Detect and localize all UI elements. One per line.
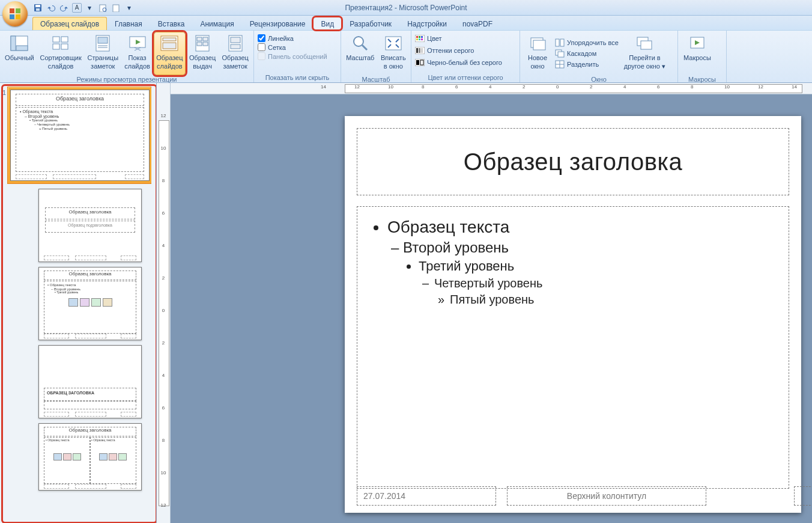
tab-home[interactable]: Главная	[107, 17, 150, 30]
fit-window-button[interactable]: Вписать в окно	[378, 32, 408, 75]
vruler-tick: 4	[157, 243, 170, 248]
svg-rect-32	[203, 42, 208, 46]
ruler-checkbox[interactable]: Линейка	[258, 34, 327, 42]
hruler-tick: 0	[556, 84, 559, 90]
notes-master-button[interactable]: Образец заметок	[219, 32, 251, 75]
layout-thumbnail-3[interactable]: ОБРАЗЕЦ ЗАГОЛОВКА	[38, 345, 142, 418]
layout-thumbnail-1[interactable]: Образец заголовка Образец подзаголовка	[38, 189, 142, 262]
tab-developer[interactable]: Разработчик	[342, 17, 399, 30]
svg-rect-12	[16, 46, 28, 50]
group-label-showhide: Показать или скрыть	[256, 73, 338, 82]
vruler-tick: 8	[157, 438, 170, 443]
message-bar-checkbox: Панель сообщений	[258, 52, 327, 60]
vruler-tick: 10	[157, 145, 170, 151]
arrange-all-icon	[555, 38, 565, 47]
tab-slide-master[interactable]: Образец слайдов	[32, 17, 107, 30]
svg-rect-26	[163, 38, 176, 41]
tab-addins[interactable]: Надстройки	[399, 17, 455, 30]
switch-window-icon	[635, 34, 654, 53]
svg-rect-0	[10, 8, 14, 13]
hruler-tick: 6	[455, 84, 458, 90]
slide-sorter-button[interactable]: Сортировщик слайдов	[38, 32, 84, 75]
svg-rect-58	[558, 52, 564, 57]
tab-insert[interactable]: Вставка	[150, 17, 193, 30]
macros-button[interactable]: Макросы	[680, 32, 714, 75]
normal-view-button[interactable]: Обычный	[2, 32, 37, 75]
notes-page-button[interactable]: Страницы заметок	[85, 32, 121, 75]
hruler-tick: 10	[724, 84, 730, 90]
normal-view-label: Обычный	[5, 54, 34, 61]
svg-rect-31	[197, 42, 202, 46]
tab-animation[interactable]: Анимация	[192, 17, 241, 30]
hruler-tick: 4	[623, 84, 626, 90]
hruler-tick: 6	[657, 84, 659, 90]
hruler-tick: 2	[523, 84, 525, 90]
slide-show-button[interactable]: Показ слайдов	[122, 32, 153, 75]
svg-rect-30	[203, 37, 208, 41]
svg-rect-9	[113, 5, 119, 12]
arrange-all-button[interactable]: Упорядочить все	[554, 37, 620, 48]
date-placeholder[interactable]: 27.07.2014	[357, 486, 496, 506]
grid-checkbox-input[interactable]	[258, 43, 265, 51]
svg-rect-55	[556, 39, 559, 46]
edit-area[interactable]: 141210864202468101214 Образец заголовка …	[171, 83, 812, 523]
vruler-tick: 0	[157, 308, 170, 313]
text-tool-icon[interactable]: A	[72, 3, 82, 13]
title-placeholder[interactable]: Образец заголовка	[357, 128, 789, 195]
notes-master-icon	[226, 34, 245, 53]
master-thumbnail[interactable]: Образец заголовка • Образец текста – Вто…	[10, 90, 150, 181]
normal-view-icon	[10, 34, 29, 53]
handout-master-icon	[193, 34, 212, 53]
layout-thumbnail-2[interactable]: Образец заголовка • Образец текста – Вто…	[38, 267, 142, 340]
macros-icon	[688, 34, 707, 53]
svg-rect-34	[231, 37, 240, 43]
print-preview-icon[interactable]	[97, 2, 108, 13]
vruler-tick: 10	[157, 470, 170, 476]
save-icon[interactable]	[32, 2, 43, 13]
layout-thumbnail-4[interactable]: Образец заголовка • Образец текста • Обр…	[38, 423, 142, 491]
vruler-tick: 4	[157, 373, 170, 378]
tab-view[interactable]: Вид	[313, 17, 342, 30]
redo-icon[interactable]	[59, 2, 70, 13]
bw-button[interactable]: Черно-белый без серого	[414, 57, 503, 68]
handout-master-button[interactable]: Образец выдач	[187, 32, 219, 75]
grayscale-button[interactable]: Оттенки серого	[414, 45, 475, 56]
quick-print-icon[interactable]	[111, 2, 121, 13]
hruler-tick: 12	[354, 84, 360, 90]
tab-review[interactable]: Рецензирование	[242, 17, 314, 30]
color-button[interactable]: Цвет	[414, 33, 443, 44]
message-bar-checkbox-input	[258, 52, 265, 60]
slide-number-placeholder[interactable]	[794, 486, 812, 506]
grid-checkbox[interactable]: Сетка	[258, 43, 327, 51]
svg-rect-35	[231, 44, 240, 49]
slide-master-panel[interactable]: 1 Образец заголовка • Образец текста – В…	[0, 83, 157, 523]
svg-rect-3	[16, 14, 20, 19]
svg-rect-27	[163, 43, 176, 49]
slide-show-icon	[128, 34, 147, 53]
switch-window-button[interactable]: Перейти в другое окно ▾	[621, 32, 668, 75]
svg-rect-42	[421, 36, 423, 38]
cascade-button[interactable]: Каскадом	[554, 48, 620, 59]
zoom-button[interactable]: Масштаб	[344, 32, 377, 75]
svg-rect-48	[419, 48, 420, 53]
ribbon: Обычный Сортировщик слайдов Страницы зам…	[0, 31, 812, 83]
office-button[interactable]	[2, 1, 28, 26]
slide-master-button[interactable]: Образец слайдов	[154, 32, 186, 75]
undo-icon[interactable]	[46, 2, 56, 13]
fit-window-icon	[384, 34, 403, 53]
body-placeholder[interactable]: Образец текста Второй уровень Третий уро…	[357, 206, 789, 489]
svg-rect-14	[61, 37, 68, 42]
split-icon	[555, 60, 565, 69]
grayscale-icon	[415, 46, 425, 55]
hruler-tick: 12	[758, 84, 763, 90]
qat-more-1[interactable]: ▾	[84, 2, 95, 13]
tab-novapdf[interactable]: novaPDF	[455, 17, 500, 30]
qat-customize-icon[interactable]: ▾	[124, 2, 135, 13]
color-icon	[415, 34, 425, 43]
split-button[interactable]: Разделить	[554, 59, 620, 70]
vruler-tick: 6	[157, 210, 170, 216]
slide-master-canvas[interactable]: Образец заголовка Образец текста Второй …	[345, 116, 801, 513]
footer-placeholder[interactable]: Верхний колонтитул	[507, 486, 706, 506]
new-window-button[interactable]: Новое окно	[523, 32, 553, 75]
ruler-checkbox-input[interactable]	[258, 34, 265, 42]
